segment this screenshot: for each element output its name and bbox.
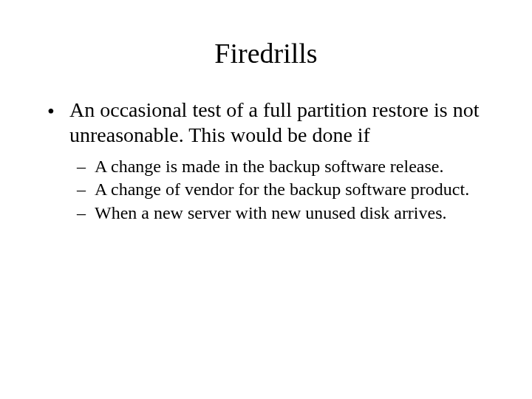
sub-bullet-item: – When a new server with new unused disk…	[77, 202, 488, 224]
bullet-marker: •	[47, 98, 69, 124]
dash-marker: –	[77, 202, 95, 224]
sub-bullet-text: A change is made in the backup software …	[95, 156, 488, 177]
sub-bullet-item: – A change is made in the backup softwar…	[77, 156, 488, 177]
dash-marker: –	[77, 179, 95, 200]
bullet-item: • An occasional test of a full partition…	[47, 98, 488, 147]
slide-title: Firedrills	[0, 0, 532, 98]
bullet-text: An occasional test of a full partition r…	[69, 98, 488, 147]
sub-bullet-text: A change of vendor for the backup softwa…	[95, 179, 488, 200]
sub-bullet-text: When a new server with new unused disk a…	[95, 202, 488, 224]
dash-marker: –	[77, 156, 95, 177]
slide-content: • An occasional test of a full partition…	[0, 98, 532, 224]
slide: Firedrills • An occasional test of a ful…	[0, 0, 532, 399]
sub-bullet-item: – A change of vendor for the backup soft…	[77, 179, 488, 200]
sub-bullet-list: – A change is made in the backup softwar…	[47, 156, 488, 224]
